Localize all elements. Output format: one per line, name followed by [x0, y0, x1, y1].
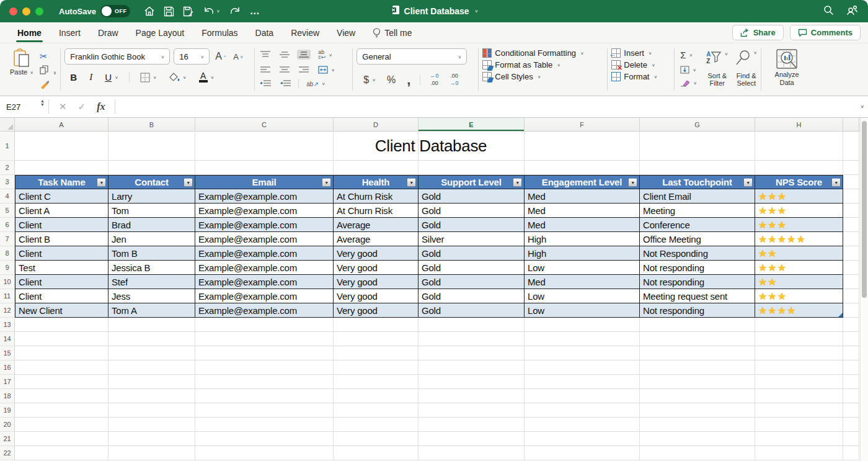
cell-D13[interactable]	[334, 318, 418, 332]
cell-A2[interactable]	[15, 161, 108, 175]
cell-C6[interactable]: Example@example.com	[195, 218, 334, 232]
cell-B2[interactable]	[108, 161, 195, 175]
cell-F22[interactable]	[525, 446, 640, 460]
cell-B9[interactable]: Jessica B	[108, 261, 195, 275]
increase-indent-button[interactable]	[278, 79, 293, 89]
cell-D19[interactable]	[334, 403, 418, 418]
wrap-text-button[interactable]: abc↩	[316, 48, 334, 61]
cell-B17[interactable]	[108, 375, 195, 389]
tab-draw[interactable]: Draw	[89, 22, 127, 43]
cell-H4[interactable]: ★★★	[755, 189, 843, 204]
delete-cells-button[interactable]: ✕ Delete	[611, 60, 670, 69]
cell-B11[interactable]: Jess	[108, 289, 195, 303]
cell-C20[interactable]	[195, 418, 334, 432]
cell-E5[interactable]: Gold	[418, 204, 525, 218]
vertical-scrollbar[interactable]	[860, 118, 868, 461]
cell-D21[interactable]	[334, 432, 418, 446]
row-header-15[interactable]: 15	[0, 346, 15, 360]
row-header-12[interactable]: 12	[0, 303, 15, 318]
cell-G3[interactable]: Last Touchpoint	[640, 175, 755, 189]
cell-H19[interactable]	[755, 403, 843, 418]
analyze-data-button[interactable]: AnalyzeData	[765, 43, 808, 96]
cell-H12[interactable]: ★★★★	[755, 303, 843, 318]
cell-D6[interactable]: Average	[334, 218, 418, 232]
align-left-button[interactable]	[259, 65, 272, 75]
cell-E17[interactable]	[418, 375, 525, 389]
cell-H10[interactable]: ★★	[755, 275, 843, 289]
find-select-button[interactable]: Find &Select	[735, 48, 757, 96]
cell-F12[interactable]: Low	[525, 303, 640, 318]
save-as-icon[interactable]	[183, 6, 194, 17]
save-icon[interactable]	[164, 6, 174, 17]
cell-F7[interactable]: High	[525, 232, 640, 246]
undo-button[interactable]	[203, 6, 220, 17]
cell-H21[interactable]	[755, 432, 843, 446]
cell-G1[interactable]	[640, 132, 755, 161]
conditional-formatting-button[interactable]: Conditional Formatting	[482, 48, 603, 58]
row-header-8[interactable]: 8	[0, 246, 15, 261]
cell-C19[interactable]	[195, 403, 334, 418]
cell-E15[interactable]	[418, 346, 525, 360]
cell-F11[interactable]: Low	[525, 289, 640, 303]
cell-F16[interactable]	[525, 360, 640, 375]
filter-dropdown-button[interactable]	[831, 177, 841, 187]
cell-A5[interactable]: Client A	[15, 204, 108, 218]
cell-B5[interactable]: Tom	[108, 204, 195, 218]
row-header-18[interactable]: 18	[0, 389, 15, 403]
cell-B6[interactable]: Brad	[108, 218, 195, 232]
tab-data[interactable]: Data	[247, 22, 283, 43]
align-center-button[interactable]	[278, 65, 291, 75]
cell-F8[interactable]: High	[525, 246, 640, 261]
percent-button[interactable]: %	[385, 73, 397, 87]
align-bottom-button[interactable]	[297, 50, 311, 60]
cell-A12[interactable]: New Client	[15, 303, 108, 318]
cell-F17[interactable]	[525, 375, 640, 389]
cell-E19[interactable]	[418, 403, 525, 418]
increase-decimal-button[interactable]: ←0.00	[428, 72, 440, 87]
cell-F2[interactable]	[525, 161, 640, 175]
cell-B8[interactable]: Tom B	[108, 246, 195, 261]
underline-button[interactable]: U	[103, 71, 120, 84]
cell-H20[interactable]	[755, 418, 843, 432]
cell-D9[interactable]: Very good	[334, 261, 418, 275]
cell-D5[interactable]: At Churn Risk	[334, 204, 418, 218]
column-header-D[interactable]: D	[334, 118, 418, 131]
more-commands-button[interactable]: …	[250, 6, 261, 17]
cell-E6[interactable]: Gold	[418, 218, 525, 232]
cell-C17[interactable]	[195, 375, 334, 389]
cell-A16[interactable]	[15, 360, 108, 375]
cell-G8[interactable]: Not Responding	[640, 246, 755, 261]
cell-D4[interactable]: At Churn Risk	[334, 189, 418, 204]
cell-G16[interactable]	[640, 360, 755, 375]
cell-B3[interactable]: Contact	[108, 175, 195, 189]
bold-button[interactable]: B	[68, 71, 79, 84]
cell-C21[interactable]	[195, 432, 334, 446]
fill-color-button[interactable]	[167, 71, 188, 83]
people-icon[interactable]	[846, 5, 858, 18]
cell-A9[interactable]: Test	[15, 261, 108, 275]
underline-chevron-icon[interactable]	[115, 75, 118, 79]
cell-B13[interactable]	[108, 318, 195, 332]
comments-button[interactable]: Comments	[790, 25, 861, 40]
cell-B21[interactable]	[108, 432, 195, 446]
document-title[interactable]: Client Database	[404, 6, 469, 16]
cell-H1[interactable]	[755, 132, 843, 161]
sort-filter-button[interactable]: AZ Sort &Filter	[706, 48, 728, 96]
cell-G9[interactable]: Not responding	[640, 261, 755, 275]
decrease-indent-button[interactable]	[259, 79, 273, 89]
cell-C16[interactable]	[195, 360, 334, 375]
cell-H17[interactable]	[755, 375, 843, 389]
cell-E11[interactable]: Gold	[418, 289, 525, 303]
tab-tell-me[interactable]: Tell me	[364, 22, 420, 43]
increase-font-button[interactable]: A^	[213, 50, 228, 63]
cancel-icon[interactable]: ✕	[59, 101, 67, 112]
cell-F20[interactable]	[525, 418, 640, 432]
cell-D7[interactable]: Average	[334, 232, 418, 246]
cell-E4[interactable]: Gold	[418, 189, 525, 204]
cell-C9[interactable]: Example@example.com	[195, 261, 334, 275]
row-header-21[interactable]: 21	[0, 432, 15, 446]
cell-G6[interactable]: Conference	[640, 218, 755, 232]
currency-button[interactable]: $	[361, 73, 378, 87]
cell-D14[interactable]	[334, 332, 418, 346]
enter-icon[interactable]: ✓	[78, 101, 86, 112]
